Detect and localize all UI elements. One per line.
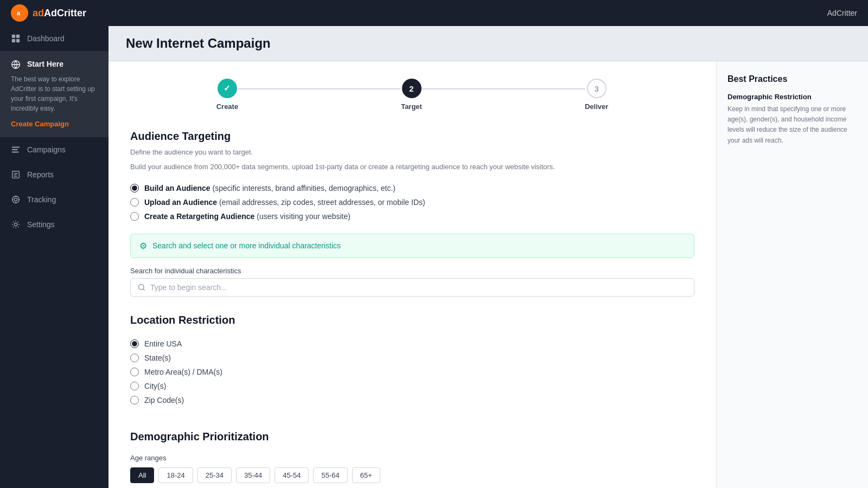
step-deliver-label: Deliver bbox=[585, 102, 608, 111]
radio-retargeting-input[interactable] bbox=[130, 212, 139, 221]
age-btn-35-44[interactable]: 35-44 bbox=[236, 467, 270, 483]
content-area: ✓ Create 2 Target 3 Deliver bbox=[108, 61, 868, 488]
logo-area: a adAdCritter bbox=[11, 4, 86, 22]
radio-metro-input[interactable] bbox=[130, 368, 139, 376]
best-practices-title: Best Practices bbox=[727, 74, 857, 84]
radio-city-input[interactable] bbox=[130, 382, 139, 390]
nav-user: AdCritter bbox=[827, 9, 857, 17]
radio-upload-audience[interactable]: Upload an Audience (email addresses, zip… bbox=[130, 198, 694, 207]
location-restriction-title: Location Restriction bbox=[130, 314, 694, 326]
audience-targeting-desc2: Build your audience from 200,000+ data s… bbox=[130, 162, 694, 173]
demographic-section: Demographic Prioritization Age ranges Al… bbox=[130, 431, 694, 483]
radio-retargeting-audience[interactable]: Create a Retargeting Audience (users vis… bbox=[130, 212, 694, 221]
char-search-bar[interactable]: ⚙ Search and select one or more individu… bbox=[130, 234, 694, 258]
step-target: 2 Target bbox=[401, 79, 422, 111]
svg-rect-9 bbox=[12, 151, 19, 152]
radio-city[interactable]: City(s) bbox=[130, 382, 694, 390]
sidebar-item-reports[interactable]: Reports bbox=[0, 162, 108, 187]
age-btn-all[interactable]: All bbox=[130, 467, 154, 483]
step-connector-2 bbox=[422, 88, 585, 89]
radio-metro[interactable]: Metro Area(s) / DMA(s) bbox=[130, 368, 694, 376]
location-restriction-section: Location Restriction Entire USA State(s) bbox=[130, 314, 694, 404]
svg-text:a: a bbox=[17, 10, 21, 16]
tracking-icon bbox=[11, 195, 21, 204]
svg-rect-13 bbox=[14, 176, 17, 176]
step-target-circle: 2 bbox=[402, 79, 422, 98]
age-btn-45-54[interactable]: 45-54 bbox=[275, 467, 309, 483]
create-campaign-link[interactable]: Create Campaign bbox=[11, 119, 98, 130]
radio-upload-input[interactable] bbox=[130, 198, 139, 207]
sidebar-item-settings[interactable]: Settings bbox=[0, 212, 108, 237]
sidebar: Dashboard Start Here The best way to exp… bbox=[0, 26, 108, 488]
svg-rect-7 bbox=[12, 146, 20, 147]
search-input-wrapper bbox=[130, 278, 694, 297]
sidebar-item-tracking[interactable]: Tracking bbox=[0, 187, 108, 212]
page-title: New Internet Campaign bbox=[126, 36, 851, 51]
radio-zip[interactable]: Zip Code(s) bbox=[130, 396, 694, 404]
stepper: ✓ Create 2 Target 3 Deliver bbox=[130, 79, 694, 111]
svg-point-14 bbox=[12, 196, 20, 203]
form-panel: ✓ Create 2 Target 3 Deliver bbox=[108, 61, 716, 488]
radio-states[interactable]: State(s) bbox=[130, 354, 694, 362]
radio-build-input[interactable] bbox=[130, 184, 139, 192]
search-input[interactable] bbox=[150, 283, 687, 292]
svg-point-20 bbox=[14, 223, 17, 226]
sidebar-label-campaigns: Campaigns bbox=[27, 145, 66, 154]
step-deliver: 3 Deliver bbox=[585, 79, 608, 111]
sidebar-item-start-here[interactable]: Start Here The best way to explore AdCri… bbox=[0, 51, 108, 137]
svg-rect-8 bbox=[12, 149, 18, 150]
svg-rect-5 bbox=[16, 39, 20, 42]
age-btn-18-24[interactable]: 18-24 bbox=[158, 467, 193, 483]
age-btn-25-34[interactable]: 25-34 bbox=[197, 467, 232, 483]
dashboard-icon bbox=[11, 34, 21, 43]
logo-icon: a bbox=[11, 4, 28, 22]
age-ranges-label: Age ranges bbox=[130, 454, 694, 462]
radio-states-input[interactable] bbox=[130, 354, 139, 362]
audience-type-radio-group: Build an Audience (specific interests, b… bbox=[130, 184, 694, 221]
logo-text: adAdCritter bbox=[33, 8, 86, 19]
sidebar-label-reports: Reports bbox=[27, 170, 54, 179]
bp-item-0-text: Keep in mind that specifying one or more… bbox=[727, 104, 857, 146]
sidebar-item-campaigns[interactable]: Campaigns bbox=[0, 137, 108, 162]
step-connector-1 bbox=[238, 88, 401, 89]
audience-targeting-title: Audience Targeting bbox=[130, 130, 694, 143]
step-create-circle: ✓ bbox=[218, 79, 237, 98]
search-field-label: Search for individual characteristics bbox=[130, 267, 694, 275]
bp-item-0-title: Demographic Restriction bbox=[727, 93, 857, 101]
svg-rect-12 bbox=[14, 175, 16, 175]
step-deliver-circle: 3 bbox=[587, 79, 607, 98]
radio-build-audience[interactable]: Build an Audience (specific interests, b… bbox=[130, 184, 694, 192]
svg-point-15 bbox=[14, 198, 17, 201]
audience-targeting-section: Audience Targeting Define the audience y… bbox=[130, 130, 694, 297]
settings-icon bbox=[11, 220, 21, 229]
sidebar-label-settings: Settings bbox=[27, 220, 55, 229]
step-create: ✓ Create bbox=[216, 79, 238, 111]
radio-zip-input[interactable] bbox=[130, 396, 139, 404]
start-here-label: Start Here bbox=[27, 59, 63, 70]
right-panel: Best Practices Demographic Restriction K… bbox=[716, 61, 868, 488]
age-btn-55-64[interactable]: 55-64 bbox=[313, 467, 347, 483]
location-radio-group: Entire USA State(s) Metro Area(s) / DMA(… bbox=[130, 339, 694, 404]
char-search-bar-text: Search and select one or more individual… bbox=[152, 241, 341, 250]
sidebar-label-tracking: Tracking bbox=[27, 195, 56, 204]
svg-rect-11 bbox=[14, 173, 17, 174]
search-icon bbox=[137, 283, 146, 292]
sidebar-item-dashboard[interactable]: Dashboard bbox=[0, 26, 108, 51]
age-ranges: All 18-24 25-34 35-44 45-54 55-64 65+ bbox=[130, 467, 694, 483]
top-nav: a adAdCritter AdCritter bbox=[0, 0, 868, 26]
svg-rect-4 bbox=[12, 39, 15, 42]
svg-point-21 bbox=[138, 284, 144, 290]
globe-icon bbox=[11, 60, 21, 69]
start-here-desc: The best way to explore AdCritter is to … bbox=[11, 74, 98, 113]
page-header: New Internet Campaign bbox=[108, 26, 868, 61]
sidebar-label-dashboard: Dashboard bbox=[27, 34, 65, 43]
svg-rect-3 bbox=[16, 35, 20, 38]
reports-icon bbox=[11, 170, 21, 179]
demographic-title: Demographic Prioritization bbox=[130, 431, 694, 443]
age-btn-65plus[interactable]: 65+ bbox=[352, 467, 380, 483]
radio-entire-usa[interactable]: Entire USA bbox=[130, 339, 694, 348]
audience-targeting-desc1: Define the audience you want to target. bbox=[130, 147, 694, 158]
radio-usa-input[interactable] bbox=[130, 339, 139, 348]
step-target-label: Target bbox=[401, 102, 422, 111]
main-content: New Internet Campaign ✓ Create 2 Target bbox=[108, 26, 868, 488]
